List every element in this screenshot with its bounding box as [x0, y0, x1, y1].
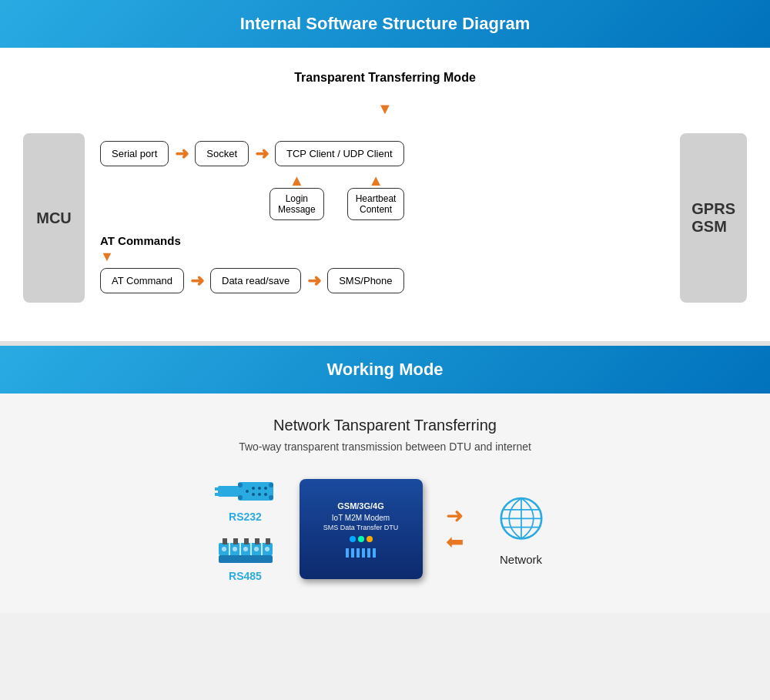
- svg-point-10: [252, 493, 255, 496]
- rs232-icon: [215, 476, 276, 507]
- arrow-left: ⬅: [446, 531, 464, 553]
- svg-rect-16: [219, 555, 273, 563]
- rs485-icon: [219, 538, 273, 566]
- working-mode-title: Working Mode: [326, 360, 443, 379]
- rs232-item: RS232: [215, 476, 276, 523]
- bidir-arrows: ➜ ⬅: [446, 505, 464, 553]
- svg-point-6: [269, 483, 273, 487]
- section2-header: Working Mode: [0, 346, 770, 394]
- serial-icons: RS232: [215, 476, 276, 582]
- svg-rect-3: [215, 493, 221, 496]
- arrow3: ➜: [190, 271, 204, 291]
- svg-point-11: [258, 487, 261, 490]
- at-command-box: AT Command: [100, 268, 184, 293]
- svg-point-13: [264, 487, 267, 490]
- svg-point-5: [238, 495, 243, 500]
- network-label: Network: [500, 553, 542, 566]
- flow-line2: AT Command ➜ Data read/save ➜ SMS/Phone: [100, 268, 665, 293]
- svg-rect-27: [233, 538, 238, 544]
- sms-phone-box: SMS/Phone: [327, 268, 403, 293]
- arrow4: ➜: [307, 271, 321, 291]
- down-arrow-top: ▼: [15, 100, 755, 118]
- network-icon-wrapper: Network: [487, 493, 556, 566]
- section1-header: Internal Software Structure Diagram: [0, 0, 770, 48]
- up-arrow-login: ▲: [289, 172, 304, 188]
- gprs-block: GPRSGSM: [680, 133, 747, 303]
- svg-rect-0: [238, 482, 273, 501]
- svg-point-22: [233, 547, 237, 551]
- modem-box: GSM/3G/4G IoT M2M Modem SMS Data Transfe…: [300, 479, 423, 579]
- section1-title: Internal Software Structure Diagram: [240, 14, 531, 33]
- svg-rect-1: [218, 486, 239, 497]
- center-flow: Serial port ➜ Socket ➜ TCP Client / UDP …: [85, 133, 680, 303]
- svg-point-23: [243, 547, 248, 551]
- svg-point-4: [238, 483, 243, 487]
- at-commands-title: AT Commands: [100, 234, 665, 247]
- rs485-label: RS485: [229, 570, 262, 582]
- login-col: ▲ LoginMessage: [270, 172, 324, 220]
- svg-rect-26: [223, 538, 227, 544]
- flow-line1: Serial port ➜ Socket ➜ TCP Client / UDP …: [100, 141, 404, 166]
- mcu-block: MCU: [23, 133, 85, 303]
- network-diagram: RS232: [15, 476, 755, 582]
- svg-rect-28: [244, 538, 249, 544]
- up-arrow-heartbeat: ▲: [368, 172, 383, 188]
- login-message-box: LoginMessage: [270, 188, 324, 220]
- network-subtitle: Two-way transparent transmission between…: [15, 440, 755, 453]
- at-section: AT Commands ▼ AT Command ➜ Data read/sav…: [100, 234, 665, 293]
- svg-rect-2: [215, 487, 221, 491]
- working-section: Network Tansparent Transferring Two-way …: [0, 394, 770, 613]
- down-arrow-at: ▼: [100, 249, 665, 265]
- arrow2: ➜: [255, 144, 269, 164]
- serial-port-box: Serial port: [100, 141, 169, 166]
- svg-point-14: [264, 493, 267, 496]
- rs485-item: RS485: [219, 538, 273, 582]
- network-cloud-icon: [487, 493, 556, 547]
- heartbeat-col: ▲ HeartbeatContent: [347, 172, 405, 220]
- tcp-client-box: TCP Client / UDP Client: [275, 141, 404, 166]
- diagram-section: Transparent Transferring Mode ▼ MCU Seri…: [0, 48, 770, 341]
- svg-point-21: [222, 547, 226, 551]
- svg-point-7: [269, 495, 273, 500]
- rs232-label: RS232: [229, 511, 262, 523]
- heartbeat-content-box: HeartbeatContent: [347, 188, 405, 220]
- diagram-title: Transparent Transferring Mode: [15, 71, 755, 85]
- svg-rect-29: [255, 538, 259, 544]
- svg-point-8: [246, 490, 249, 493]
- svg-point-24: [254, 547, 259, 551]
- inner-diagram: MCU Serial port ➜ Socket ➜ TCP Client / …: [15, 126, 755, 310]
- arrow-right: ➜: [446, 505, 464, 527]
- top-flow: Serial port ➜ Socket ➜ TCP Client / UDP …: [100, 141, 665, 228]
- data-read-save-box: Data read/save: [210, 268, 301, 293]
- svg-rect-30: [266, 538, 270, 544]
- svg-point-9: [252, 487, 255, 490]
- svg-point-12: [258, 493, 261, 496]
- arrow1: ➜: [175, 144, 189, 164]
- network-title: Network Tansparent Transferring: [15, 417, 755, 434]
- socket-box: Socket: [195, 141, 249, 166]
- login-hb-container: ▲ LoginMessage ▲ HeartbeatContent: [270, 172, 404, 220]
- svg-point-25: [265, 547, 270, 551]
